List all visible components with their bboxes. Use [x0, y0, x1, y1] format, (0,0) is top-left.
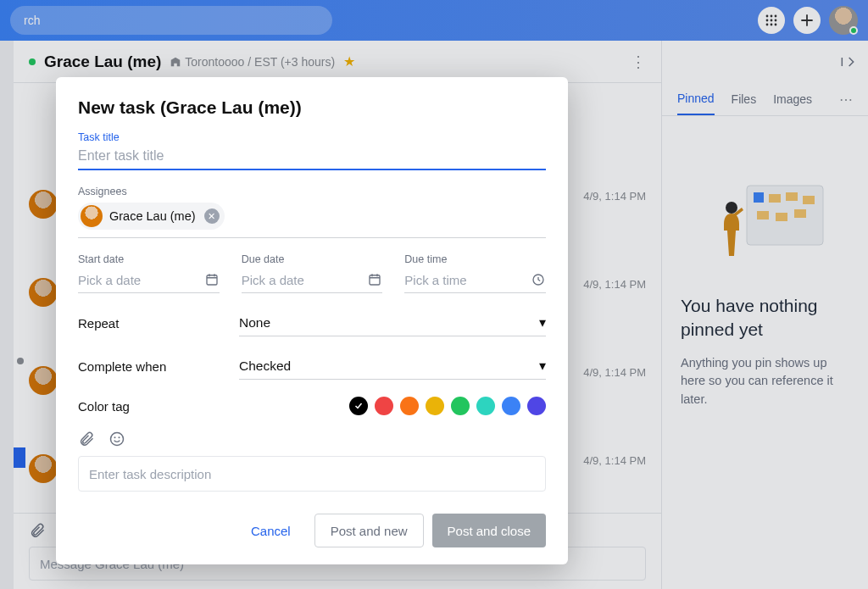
post-and-new-button[interactable]: Post and new [314, 514, 424, 547]
attachment-row [78, 431, 546, 447]
assignees-label: Assignees [78, 186, 546, 197]
emoji-icon[interactable] [108, 431, 125, 447]
start-date-input[interactable]: Pick a date [78, 267, 220, 293]
chevron-down-icon: ▾ [539, 315, 546, 331]
color-tag-label: Color tag [78, 399, 239, 414]
repeat-select[interactable]: None ▾ [239, 310, 546, 336]
color-option[interactable] [476, 397, 495, 415]
due-date-input[interactable]: Pick a date [242, 267, 383, 293]
modal-actions: Cancel Post and new Post and close [78, 514, 546, 547]
complete-when-label: Complete when [78, 359, 239, 374]
post-and-close-button[interactable]: Post and close [432, 514, 546, 547]
color-option[interactable] [375, 397, 393, 415]
svg-point-29 [114, 436, 116, 438]
color-option[interactable] [426, 397, 444, 415]
clock-icon [531, 272, 546, 287]
cancel-button[interactable]: Cancel [236, 514, 306, 547]
svg-rect-25 [207, 275, 217, 285]
due-date-label: Due date [242, 253, 383, 265]
remove-assignee-icon[interactable]: ✕ [204, 208, 220, 224]
assignee-chip: Grace Lau (me) ✕ [78, 203, 225, 230]
color-option[interactable] [400, 397, 419, 415]
task-title-input[interactable] [78, 145, 546, 170]
avatar [81, 205, 103, 227]
assignees-field[interactable]: Grace Lau (me) ✕ [78, 203, 546, 238]
task-title-label: Task title [78, 131, 546, 143]
due-time-label: Due time [404, 253, 546, 265]
color-tag-options [349, 397, 546, 415]
color-option[interactable] [349, 397, 368, 415]
color-option[interactable] [502, 397, 520, 415]
due-time-input[interactable]: Pick a time [404, 267, 546, 293]
chevron-down-icon: ▾ [539, 358, 546, 374]
task-description-input[interactable]: Enter task description [78, 456, 546, 492]
svg-rect-26 [370, 275, 380, 285]
color-option[interactable] [451, 397, 470, 415]
complete-when-select[interactable]: Checked ▾ [239, 353, 546, 380]
svg-point-30 [119, 436, 120, 438]
new-task-modal: New task (Grace Lau (me)) Task title Ass… [56, 77, 568, 564]
calendar-icon [367, 272, 382, 287]
calendar-icon [204, 272, 220, 287]
assignee-name: Grace Lau (me) [109, 209, 196, 223]
color-option[interactable] [527, 397, 546, 415]
start-date-label: Start date [78, 253, 220, 265]
attachment-icon[interactable] [78, 431, 95, 447]
repeat-label: Repeat [78, 316, 239, 331]
svg-point-28 [111, 433, 124, 446]
modal-title: New task (Grace Lau (me)) [78, 97, 546, 118]
